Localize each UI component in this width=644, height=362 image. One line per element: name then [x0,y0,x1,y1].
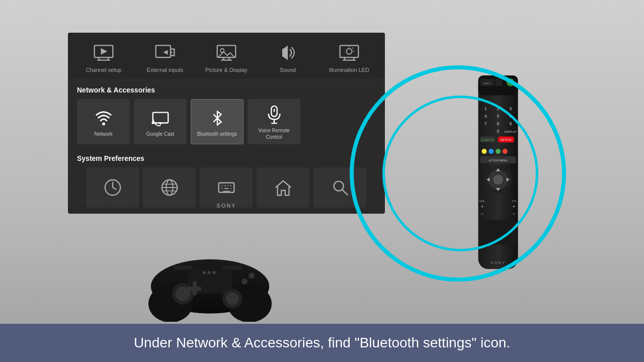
svg-text:VOL: VOL [479,200,486,203]
svg-point-15 [347,49,352,54]
home-item[interactable] [257,167,309,208]
network-item-label: Network [94,131,113,137]
network-item-icon [94,109,113,128]
external-inputs-icon[interactable]: External inputs [134,38,196,77]
external-inputs-label: External inputs [147,67,184,73]
svg-point-97 [226,292,239,305]
svg-point-104 [203,271,206,274]
channel-setup-icon[interactable]: Channel setup [73,38,134,77]
voice-remote-item[interactable]: Voice Remote Control [248,99,300,144]
svg-line-17 [352,48,353,48]
svg-text:6: 6 [509,114,512,119]
svg-text:9: 9 [509,121,512,126]
bluetooth-settings-item[interactable]: Bluetooth settings [191,99,244,144]
svg-rect-99 [187,287,201,291]
svg-rect-51 [495,79,502,86]
svg-point-105 [208,271,211,274]
keyboard-icon [217,178,236,197]
language-item[interactable] [143,167,196,208]
illumination-led-icon[interactable]: Illumination LED [318,38,380,77]
home-icon [274,178,293,197]
channel-setup-svg [93,42,115,64]
svg-text:3: 3 [509,106,512,111]
tv-settings-panel: Channel setup External inputs Picture & [68,33,385,214]
google-cast-icon [151,109,170,128]
svg-point-72 [503,149,508,154]
sound-label: Sound [280,67,296,73]
picture-display-svg [215,42,237,64]
svg-rect-88 [480,220,516,244]
search-item[interactable] [313,167,366,208]
svg-text:ACTION MENU: ACTION MENU [489,159,508,162]
sound-icon[interactable]: Sound [257,38,318,77]
svg-rect-36 [218,183,233,193]
svg-rect-103 [222,265,242,269]
svg-text:1: 1 [485,106,487,111]
svg-text:0: 0 [497,129,500,134]
svg-text:5: 5 [497,114,500,119]
voice-remote-label: Voice Remote Control [252,127,296,140]
network-icons-grid: Network Google Cast Bluetooth [77,99,376,144]
illumination-led-label: Illumination LED [329,67,369,73]
svg-point-100 [242,279,248,285]
svg-line-30 [113,188,117,190]
clock-icon [103,178,122,197]
network-item[interactable]: Network [77,99,130,144]
svg-text:Google Play: Google Play [481,139,495,141]
svg-text:−: − [481,211,484,217]
channel-setup-label: Channel setup [86,67,122,73]
svg-text:NETFLIX: NETFLIX [501,138,512,141]
remote-control: INPUT 1 2 3 4 5 6 7 8 9 · 0 DISPLAY Goog… [473,73,523,272]
top-icons-row: Channel setup External inputs Picture & [68,33,385,80]
svg-point-106 [212,271,215,274]
svg-text:DISPLAY: DISPLAY [504,130,517,133]
external-inputs-svg [154,42,176,64]
sony-logo: SONY [214,201,238,211]
svg-rect-3 [156,45,171,57]
svg-marker-5 [163,50,168,55]
svg-point-19 [102,122,105,125]
svg-text:7: 7 [485,121,487,126]
search-icon [331,178,350,197]
svg-text:SONY: SONY [491,260,506,265]
svg-point-52 [507,78,515,86]
svg-point-23 [151,122,154,124]
globe-icon [160,178,179,197]
svg-point-69 [481,149,487,154]
voice-remote-icon [265,105,284,124]
system-section-title: System Preferences [77,154,376,162]
network-section-title: Network & Accessories [77,86,376,94]
svg-text:+: + [513,204,516,209]
svg-text:INPUT: INPUT [484,82,491,85]
caption-text: Under Network & Accessories, find "Bluet… [134,335,510,351]
svg-text:+: + [481,204,484,209]
svg-text:−: − [513,211,516,217]
svg-point-70 [489,149,494,154]
svg-line-46 [342,190,347,195]
gamepad-controller [146,231,274,322]
sound-svg [277,42,299,64]
google-cast-item-label: Google Cast [146,131,175,137]
svg-text:2: 2 [497,106,500,111]
clock-item[interactable] [86,167,139,208]
google-cast-item[interactable]: Google Cast [134,99,187,144]
svg-text:4: 4 [485,114,487,119]
svg-text:8: 8 [497,121,500,126]
illumination-led-svg [338,42,360,64]
bluetooth-settings-label: Bluetooth settings [197,131,237,137]
picture-display-icon[interactable]: Picture & Display [196,38,257,77]
svg-point-71 [496,149,501,154]
svg-rect-20 [152,112,168,123]
svg-text:CH: CH [512,200,516,203]
svg-rect-102 [173,265,193,269]
svg-text:·: · [485,130,486,133]
caption-bar: Under Network & Accessories, find "Bluet… [0,324,644,362]
picture-display-label: Picture & Display [205,67,248,73]
svg-point-81 [493,174,503,185]
svg-marker-2 [101,48,108,55]
bluetooth-icon [208,109,227,128]
network-accessories-section: Network & Accessories Network [68,80,385,148]
svg-point-101 [249,273,255,279]
